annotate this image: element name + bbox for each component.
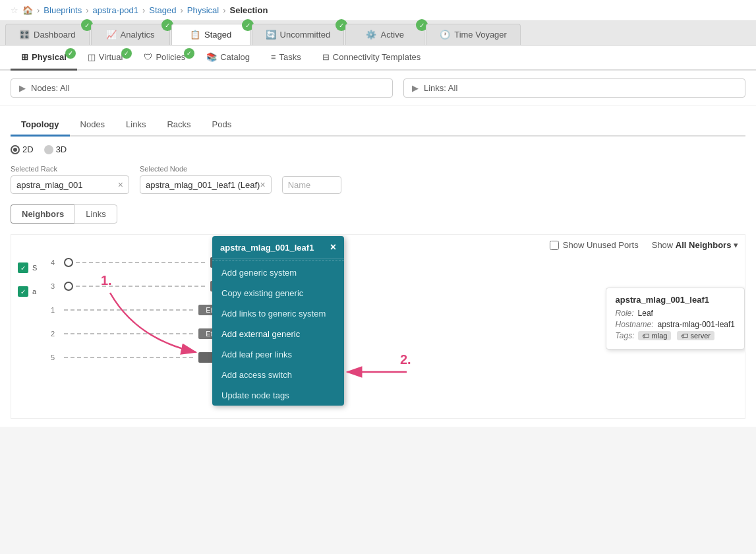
radio-2d[interactable]: 2D bbox=[11, 144, 34, 154]
menu-item-add-external-generic[interactable]: Add external generic bbox=[212, 324, 344, 344]
breadcrumb-sep: › bbox=[142, 5, 145, 15]
physical-tab-icon: ⊞ bbox=[21, 52, 28, 62]
topo-tab-racks[interactable]: Racks bbox=[156, 114, 201, 137]
node-num-5: 5 bbox=[51, 354, 61, 361]
star-icon[interactable]: ☆ bbox=[11, 5, 18, 15]
neighbor-buttons: Neighbors Links bbox=[11, 204, 745, 224]
check-badge-virtual: ✓ bbox=[121, 48, 132, 59]
tab-uncommitted-label: Uncommitted bbox=[280, 30, 331, 40]
nodes-filter-label: Nodes: All bbox=[31, 83, 70, 93]
checkbox-a[interactable]: ✓ bbox=[18, 286, 28, 297]
context-menu-close-button[interactable]: × bbox=[330, 241, 336, 253]
menu-item-add-leaf-peer-links[interactable]: Add leaf peer links bbox=[212, 344, 344, 365]
nodes-filter-arrow: ▶ bbox=[19, 83, 26, 93]
topo-tab-nodes[interactable]: Nodes bbox=[70, 114, 116, 137]
selected-node-input[interactable]: apstra_mlag_001_leaf1 (Leaf) × bbox=[140, 175, 272, 194]
tab-dashboard[interactable]: ✓ 🎛️ Dashboard bbox=[5, 24, 90, 45]
selected-node-value: apstra_mlag_001_leaf1 (Leaf) bbox=[146, 180, 260, 190]
node-row-1: ✓ S bbox=[18, 259, 37, 277]
policies-tab-icon: 🛡 bbox=[144, 52, 152, 62]
tab-catalog[interactable]: 📚 Catalog bbox=[196, 46, 260, 71]
node-info-popup: apstra_mlag_001_leaf1 Role: Leaf Hostnam… bbox=[606, 288, 745, 350]
tab-staged-label: Staged bbox=[204, 30, 231, 40]
tab-catalog-label: Catalog bbox=[220, 52, 250, 62]
menu-item-update-node-tags[interactable]: Update node tags bbox=[212, 385, 344, 406]
selected-fields: Selected Rack apstra_mlag_001 × Selected… bbox=[11, 165, 745, 194]
uncommitted-icon: 🔄 bbox=[266, 30, 276, 40]
links-filter-arrow: ▶ bbox=[412, 83, 419, 93]
selected-name-group: Name bbox=[282, 166, 341, 194]
circle-1 bbox=[64, 258, 73, 267]
menu-item-copy-existing-generic[interactable]: Copy existing generic bbox=[212, 283, 344, 303]
links-filter[interactable]: ▶ Links: All bbox=[403, 78, 745, 98]
node-num-3: 3 bbox=[51, 282, 61, 290]
time-voyager-icon: 🕐 bbox=[440, 30, 450, 40]
node-num-4: 4 bbox=[51, 259, 61, 266]
menu-item-add-access-switch[interactable]: Add access switch bbox=[212, 365, 344, 385]
connectivity-templates-tab-icon: ⊟ bbox=[322, 52, 330, 62]
show-unused-container: Show Unused Ports bbox=[550, 240, 639, 250]
tab-tasks[interactable]: ≡ Tasks bbox=[260, 46, 312, 71]
selected-node-clear[interactable]: × bbox=[260, 179, 265, 190]
filter-row: ▶ Nodes: All ▶ Links: All bbox=[0, 71, 756, 106]
selected-rack-group: Selected Rack apstra_mlag_001 × bbox=[11, 165, 129, 194]
radio-3d[interactable]: 3D bbox=[44, 144, 67, 154]
show-all-neighbors[interactable]: Show All Neighbors ▾ bbox=[652, 240, 738, 250]
selected-name-input[interactable]: Name bbox=[282, 176, 341, 194]
topo-tabs: Topology Nodes Links Racks Pods bbox=[11, 114, 745, 137]
breadcrumb-apstra-pod1[interactable]: apstra-pod1 bbox=[93, 5, 138, 15]
tab-time-voyager[interactable]: 🕐 Time Voyager bbox=[426, 24, 521, 45]
tab-time-voyager-label: Time Voyager bbox=[454, 30, 507, 40]
annotation-2-label: 2. bbox=[400, 352, 411, 367]
radio-2d-label: 2D bbox=[22, 144, 34, 154]
annotation-1-label: 1. bbox=[101, 273, 112, 288]
node-role-value: Leaf bbox=[638, 309, 653, 318]
tab-tasks-label: Tasks bbox=[279, 52, 301, 62]
tab-connectivity-templates[interactable]: ⊟ Connectivity Templates bbox=[312, 46, 431, 71]
links-button[interactable]: Links bbox=[74, 204, 117, 224]
breadcrumb-blueprints[interactable]: Blueprints bbox=[44, 5, 82, 15]
diagram-row-1: 4 n/a apstra_mlag_001_sys... bbox=[51, 253, 738, 272]
dash-line-1 bbox=[76, 261, 208, 264]
virtual-tab-icon: ◫ bbox=[88, 52, 96, 62]
tab-dashboard-label: Dashboard bbox=[34, 30, 76, 40]
radio-3d-circle bbox=[44, 145, 53, 154]
tab-connectivity-templates-label: Connectivity Templates bbox=[333, 52, 421, 62]
show-controls: Show Unused Ports Show All Neighbors ▾ bbox=[550, 240, 738, 250]
tab-analytics[interactable]: ✓ 📈 Analytics bbox=[91, 24, 170, 45]
node-num-2: 2 bbox=[51, 330, 61, 338]
node-role-key: Role: bbox=[616, 309, 634, 318]
home-icon[interactable]: 🏠 bbox=[22, 5, 33, 15]
topo-tab-links[interactable]: Links bbox=[115, 114, 156, 137]
topo-tab-topology[interactable]: Topology bbox=[11, 114, 70, 137]
nodes-filter[interactable]: ▶ Nodes: All bbox=[11, 78, 393, 98]
topo-tab-pods[interactable]: Pods bbox=[202, 114, 243, 137]
tab-uncommitted[interactable]: ✓ 🔄 Uncommitted bbox=[252, 24, 345, 45]
radio-2d-circle bbox=[11, 145, 20, 154]
neighbors-button[interactable]: Neighbors bbox=[11, 204, 74, 224]
show-unused-label: Show Unused Ports bbox=[563, 240, 639, 250]
circle-2 bbox=[64, 282, 73, 291]
catalog-tab-icon: 📚 bbox=[206, 52, 217, 62]
tab-virtual[interactable]: ✓ ◫ Virtual bbox=[77, 46, 134, 71]
tab-physical-label: Physical bbox=[32, 52, 67, 62]
tab-active[interactable]: ✓ ⚙️ Active bbox=[345, 24, 424, 45]
checkbox-s1[interactable]: ✓ bbox=[18, 262, 28, 273]
analytics-icon: 📈 bbox=[106, 30, 117, 40]
breadcrumb-staged[interactable]: Staged bbox=[149, 5, 176, 15]
menu-item-add-generic-system[interactable]: Add generic system bbox=[212, 262, 344, 283]
breadcrumb-physical[interactable]: Physical bbox=[187, 5, 219, 15]
tab-staged[interactable]: ✓ 📋 Staged bbox=[171, 24, 250, 45]
selected-rack-clear[interactable]: × bbox=[118, 179, 123, 190]
tab-physical[interactable]: ✓ ⊞ Physical bbox=[11, 46, 77, 71]
show-unused-checkbox[interactable] bbox=[550, 241, 559, 250]
tag-server: 🏷 server bbox=[677, 331, 714, 340]
node-info-role-row: Role: Leaf bbox=[616, 309, 735, 318]
tab-analytics-label: Analytics bbox=[121, 30, 155, 40]
menu-item-add-links-to-generic-system[interactable]: Add links to generic system bbox=[212, 303, 344, 324]
selected-rack-input[interactable]: apstra_mlag_001 × bbox=[11, 175, 129, 194]
tab-policies[interactable]: ✓ 🛡 Policies bbox=[133, 46, 196, 71]
top-nav: ✓ 🎛️ Dashboard ✓ 📈 Analytics ✓ 📋 Staged … bbox=[0, 21, 756, 46]
canvas-area: Show Unused Ports Show All Neighbors ▾ ✓… bbox=[11, 234, 745, 419]
active-icon: ⚙️ bbox=[366, 30, 376, 40]
